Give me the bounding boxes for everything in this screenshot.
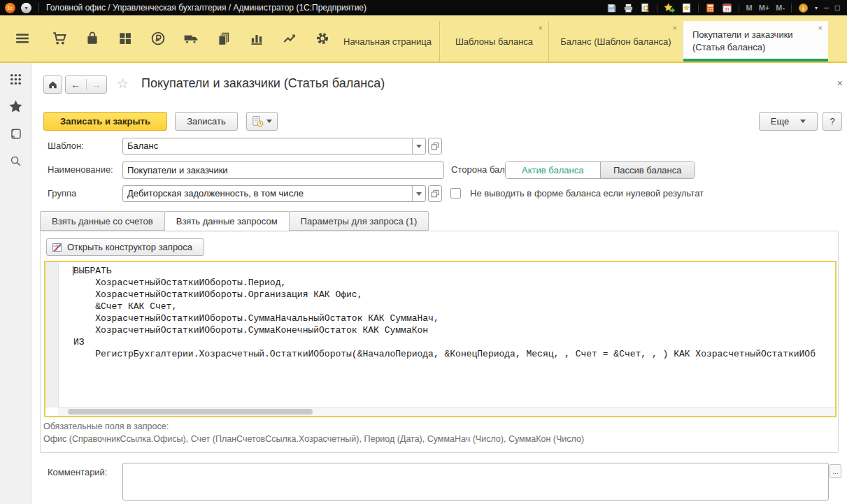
nav-history-group: ← → bbox=[65, 75, 107, 94]
calendar-icon[interactable]: 31 bbox=[722, 3, 732, 13]
history-icon[interactable] bbox=[6, 124, 24, 143]
tab-data-by-query[interactable]: Взять данные запросом bbox=[164, 211, 290, 231]
search-icon[interactable] bbox=[6, 152, 24, 170]
tab-close-icon[interactable]: × bbox=[539, 24, 543, 32]
titlebar-tools: 31 M M+ M- i ▾ – □ bbox=[606, 0, 840, 15]
tab-label: Шаблоны баланса bbox=[455, 36, 533, 47]
sales-cart-icon[interactable] bbox=[50, 29, 69, 48]
tab-close-icon[interactable]: × bbox=[673, 24, 677, 32]
document-clock-icon bbox=[252, 115, 264, 127]
combo-dropdown-button[interactable] bbox=[412, 138, 425, 154]
forward-button[interactable]: → bbox=[87, 79, 107, 90]
favorites-star-icon[interactable] bbox=[6, 97, 24, 115]
name-input[interactable]: Покупатели и заказчики bbox=[122, 161, 444, 179]
window-titlebar: 1c ▾ Головной офис / Управленческая бухг… bbox=[0, 0, 847, 15]
titlebar-separator bbox=[739, 3, 739, 13]
add-favorite-star-icon[interactable]: ☆ bbox=[117, 77, 129, 90]
group-open-button[interactable] bbox=[428, 185, 442, 202]
query-text-editor[interactable]: ВЫБРАТЬ ХозрасчетныйОстаткиИОбороты.Пери… bbox=[44, 261, 837, 417]
tab-data-from-accounts[interactable]: Взять данные со счетов bbox=[40, 211, 165, 231]
favorites-icon[interactable] bbox=[681, 3, 692, 13]
required-fields-list: Офис (СправочникСсылка.Офисы), Счет (Пла… bbox=[43, 434, 584, 444]
open-query-constructor-button[interactable]: Открыть конструктор запроса bbox=[46, 238, 204, 256]
name-label: Наименование: bbox=[48, 161, 113, 178]
group-value[interactable]: Дебиторская задолженность, в том числе bbox=[123, 186, 412, 201]
tab-balance-templates[interactable]: Шаблоны баланса × bbox=[439, 21, 548, 62]
dropdown-arrow-icon bbox=[800, 120, 806, 123]
balance-side-toggle: Актив баланса Пассив баланса bbox=[505, 161, 695, 179]
save-icon[interactable] bbox=[606, 3, 617, 13]
back-button[interactable]: ← bbox=[66, 79, 87, 90]
function-panel bbox=[13, 15, 346, 62]
tab-home-page[interactable]: Начальная страница bbox=[336, 21, 439, 62]
more-label: Еще bbox=[771, 116, 789, 127]
combo-dropdown-button[interactable] bbox=[412, 186, 425, 201]
documents-icon[interactable] bbox=[214, 29, 233, 48]
add-to-favorites-icon[interactable] bbox=[664, 3, 675, 13]
query-text[interactable]: ВЫБРАТЬ ХозрасчетныйОстаткиИОбороты.Пери… bbox=[73, 265, 816, 360]
planning-trend-icon[interactable] bbox=[280, 29, 299, 48]
all-functions-icon[interactable] bbox=[6, 70, 24, 88]
comment-label: Комментарий: bbox=[48, 467, 108, 477]
memory-minus-button[interactable]: M- bbox=[776, 3, 785, 12]
more-button[interactable]: Еще bbox=[759, 112, 818, 131]
form-close-icon[interactable]: × bbox=[837, 78, 843, 88]
settings-gear-icon[interactable] bbox=[313, 29, 332, 48]
page-title: Покупатели и заказчики (Статья баланса) bbox=[141, 76, 385, 91]
group-label: Группа bbox=[48, 185, 76, 202]
delivery-truck-icon[interactable] bbox=[181, 29, 200, 48]
template-combo[interactable]: Баланс bbox=[122, 138, 426, 154]
scrollbar-thumb[interactable] bbox=[68, 409, 313, 415]
required-fields-title: Обязательные поля в запросе: bbox=[43, 422, 169, 431]
main-menu-icon[interactable] bbox=[13, 29, 31, 48]
zero-result-checkbox-label[interactable]: Не выводить в форме баланса если нулевой… bbox=[470, 185, 704, 202]
comment-expand-button[interactable]: ... bbox=[830, 464, 841, 478]
template-label: Шаблон: bbox=[48, 138, 84, 154]
side-passive-option[interactable]: Пассив баланса bbox=[600, 162, 695, 178]
comment-input[interactable] bbox=[122, 463, 829, 501]
tab-query-parameters[interactable]: Параметры для запроса (1) bbox=[289, 211, 429, 231]
warehouse-tiles-icon[interactable] bbox=[115, 29, 134, 48]
horizontal-scrollbar[interactable] bbox=[58, 407, 835, 416]
titlebar-separator bbox=[38, 3, 39, 13]
memory-recall-button[interactable]: M bbox=[746, 3, 752, 12]
tool-sidebar bbox=[0, 63, 31, 504]
svg-text:31: 31 bbox=[725, 6, 730, 11]
reports-chart-icon[interactable] bbox=[247, 29, 266, 48]
titlebar-separator bbox=[698, 3, 699, 13]
save-button[interactable]: Записать bbox=[175, 112, 238, 131]
template-open-button[interactable] bbox=[428, 138, 442, 154]
group-row: Группа Дебиторская задолженность, в том … bbox=[31, 185, 847, 202]
info-dropdown-icon[interactable]: ▾ bbox=[815, 5, 818, 11]
system-menu-dropdown-icon[interactable]: ▾ bbox=[21, 3, 31, 13]
print-icon[interactable] bbox=[623, 3, 634, 13]
memory-plus-button[interactable]: M+ bbox=[759, 3, 770, 12]
save-and-close-button[interactable]: Записать и закрыть bbox=[43, 112, 167, 131]
treasury-ruble-icon[interactable] bbox=[148, 29, 167, 48]
calculator-icon[interactable] bbox=[705, 3, 716, 13]
side-active-option[interactable]: Актив баланса bbox=[506, 162, 600, 178]
query-constructor-icon bbox=[52, 242, 63, 253]
maximize-button[interactable]: □ bbox=[835, 3, 840, 12]
home-button[interactable] bbox=[43, 75, 62, 94]
tab-close-icon[interactable]: × bbox=[818, 24, 823, 32]
open-icon bbox=[431, 189, 439, 198]
app-logo-icon[interactable]: 1c bbox=[5, 3, 15, 13]
window-title: Головной офис / Управленческая бухгалтер… bbox=[46, 3, 366, 13]
tab-buyers-and-customers[interactable]: Покупатели и заказчики (Статья баланса) … bbox=[683, 21, 828, 62]
template-value[interactable]: Баланс bbox=[123, 138, 412, 154]
help-button[interactable]: ? bbox=[823, 112, 842, 131]
create-on-base-button[interactable] bbox=[246, 112, 278, 131]
titlebar-separator bbox=[657, 3, 657, 13]
purchases-bag-icon[interactable] bbox=[83, 29, 101, 48]
tab-balance-template[interactable]: Баланс (Шаблон баланса) × bbox=[548, 21, 683, 62]
data-source-tabbar: Взять данные со счетов Взять данные запр… bbox=[40, 211, 428, 231]
open-windows-tabbar: Начальная страница Шаблоны баланса × Бал… bbox=[336, 21, 828, 62]
print-preview-icon[interactable] bbox=[640, 3, 650, 13]
name-row: Наименование: Покупатели и заказчики Сто… bbox=[31, 161, 847, 179]
minimize-button[interactable]: – bbox=[824, 3, 829, 12]
info-icon[interactable]: i bbox=[798, 3, 809, 13]
open-icon bbox=[431, 142, 439, 150]
zero-result-checkbox[interactable] bbox=[450, 188, 461, 199]
group-combo[interactable]: Дебиторская задолженность, в том числе bbox=[122, 185, 426, 202]
